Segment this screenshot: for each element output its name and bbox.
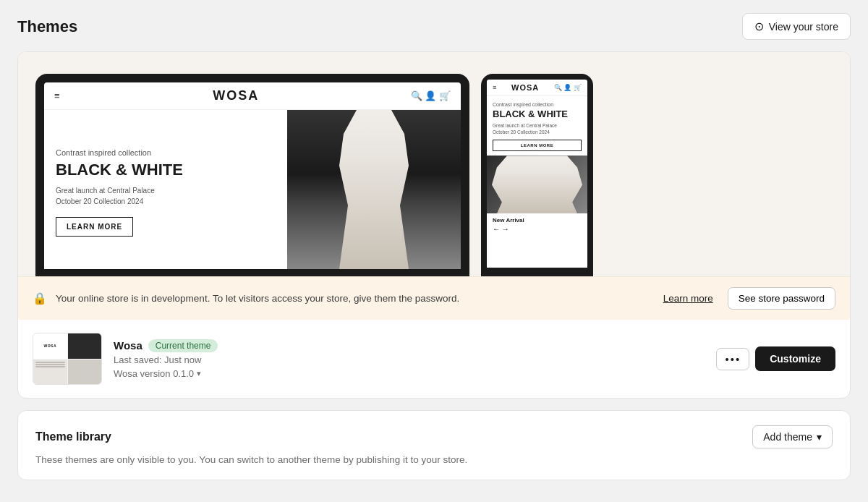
thumb-cell-2	[68, 333, 102, 359]
phone-desc: Great launch at Central Palace October 2…	[493, 122, 582, 135]
phone-mockup: ≡ WOSA 🔍 👤 🛒 Contrast inspired collectio…	[481, 74, 593, 276]
page-title: Themes	[17, 17, 77, 36]
phone-screen: ≡ WOSA 🔍 👤 🛒 Contrast inspired collectio…	[487, 80, 587, 268]
theme-version-selector[interactable]: Wosa version 0.1.0 ▾	[114, 368, 705, 379]
customize-button[interactable]: Customize	[755, 346, 835, 371]
thumb-cell-3	[33, 360, 67, 385]
theme-name-row: Wosa Current theme	[114, 339, 705, 352]
phone-new-arrival: New Arrival	[487, 213, 587, 225]
tablet-image	[287, 110, 461, 269]
theme-name: Wosa	[114, 339, 142, 352]
tablet-mockup: ≡ WOSA 🔍 👤 🛒 Contrast inspired collectio…	[35, 74, 469, 276]
tablet-brand: WOSA	[213, 88, 259, 103]
tablet-heading: BLACK & WHITE	[56, 161, 276, 179]
lock-icon: 🔒	[33, 292, 47, 305]
chevron-down-icon: ▾	[197, 369, 201, 378]
hamburger-icon: ≡	[54, 90, 61, 101]
thumb-cell-1: WOSA	[33, 333, 67, 359]
preview-area: ≡ WOSA 🔍 👤 🛒 Contrast inspired collectio…	[18, 52, 850, 276]
theme-actions: ••• Customize	[716, 346, 835, 371]
tablet-text-col: Contrast inspired collection BLACK & WHI…	[44, 110, 287, 269]
view-store-label: View your store	[769, 21, 838, 33]
phone-subtitle: Contrast inspired collection	[493, 102, 582, 107]
phone-nav: ≡ WOSA 🔍 👤 🛒	[487, 80, 587, 96]
theme-library-card: Theme library Add theme ▾ These themes a…	[17, 410, 851, 480]
thumb-brand: WOSA	[43, 344, 56, 348]
thumb-line-2	[35, 364, 65, 365]
phone-content: Contrast inspired collection BLACK & WHI…	[487, 96, 587, 151]
phone-hamburger-icon: ≡	[493, 84, 496, 91]
password-message: Your online store is in development. To …	[56, 293, 655, 304]
library-header: Theme library Add theme ▾	[35, 425, 833, 448]
phone-arrows: ← →	[487, 225, 587, 236]
main-theme-card: ≡ WOSA 🔍 👤 🛒 Contrast inspired collectio…	[17, 51, 851, 399]
theme-version-label: Wosa version 0.1.0	[114, 368, 194, 379]
thumb-line-1	[35, 362, 65, 363]
library-title: Theme library	[35, 430, 111, 443]
page-header: Themes ⊙ View your store	[0, 0, 868, 51]
tablet-cta-button[interactable]: LEARN MORE	[56, 217, 133, 237]
tablet-screen: ≡ WOSA 🔍 👤 🛒 Contrast inspired collectio…	[44, 82, 461, 269]
chevron-down-icon: ▾	[817, 431, 822, 443]
phone-heading: BLACK & WHITE	[493, 109, 582, 119]
thumb-cell-4	[68, 360, 102, 385]
tablet-desc: Great launch at Central Palace October 2…	[56, 185, 276, 207]
add-theme-label: Add theme	[763, 431, 812, 443]
tablet-subtitle: Contrast inspired collection	[56, 148, 276, 157]
phone-image	[487, 156, 587, 213]
library-description: These themes are only visible to you. Yo…	[35, 454, 833, 465]
tablet-icons: 🔍 👤 🛒	[411, 90, 451, 101]
tablet-nav: ≡ WOSA 🔍 👤 🛒	[44, 82, 461, 110]
theme-thumbnail: WOSA	[33, 333, 102, 385]
figure-silhouette	[331, 110, 417, 269]
eye-icon: ⊙	[754, 20, 764, 33]
thumb-line-3	[35, 366, 65, 367]
add-theme-button[interactable]: Add theme ▾	[752, 425, 833, 448]
current-theme-badge: Current theme	[148, 339, 218, 352]
tablet-content: Contrast inspired collection BLACK & WHI…	[44, 110, 461, 269]
more-options-button[interactable]: •••	[716, 348, 749, 370]
phone-cta-button[interactable]: LEARN MORE	[493, 140, 582, 151]
theme-saved: Last saved: Just now	[114, 354, 705, 365]
phone-icons: 🔍 👤 🛒	[554, 84, 582, 91]
phone-brand: WOSA	[511, 83, 539, 92]
password-bar: 🔒 Your online store is in development. T…	[18, 276, 850, 320]
see-store-password-button[interactable]: See store password	[728, 287, 835, 310]
learn-more-link[interactable]: Learn more	[663, 293, 713, 304]
view-store-button[interactable]: ⊙ View your store	[742, 13, 851, 40]
theme-info: WOSA Wosa Current theme Last saved: Just…	[18, 320, 850, 398]
theme-meta: Wosa Current theme Last saved: Just now …	[114, 339, 705, 379]
